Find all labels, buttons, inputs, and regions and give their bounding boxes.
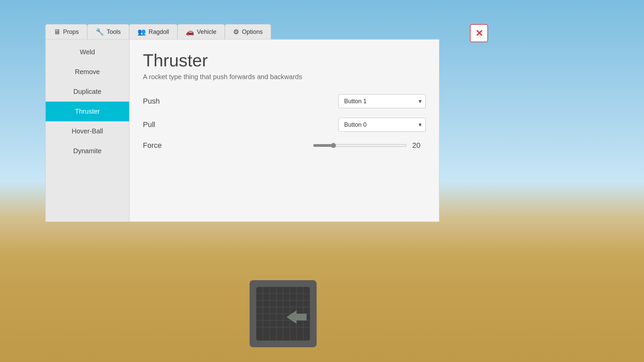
- force-control: 20: [313, 141, 426, 150]
- force-value: 20: [412, 141, 426, 150]
- force-setting-row: Force 20: [143, 141, 426, 150]
- prop-svg: [229, 267, 337, 361]
- push-dropdown[interactable]: Button 0 Button 1 Button 2 Button 3: [338, 94, 426, 108]
- tab-tools-label: Tools: [107, 28, 121, 36]
- tab-vehicle[interactable]: 🚗 Vehicle: [177, 24, 225, 39]
- tab-options-label: Options: [242, 28, 263, 36]
- tools-icon: 🔧: [96, 28, 104, 36]
- push-dropdown-wrapper: Button 0 Button 1 Button 2 Button 3 ▾: [338, 94, 426, 108]
- tab-bar: 🖥 Props 🔧 Tools 👥 Ragdoll 🚗 Vehicle ⚙ Op…: [45, 24, 439, 39]
- main-panel: Thruster A rocket type thing that push f…: [129, 40, 439, 222]
- tab-props[interactable]: 🖥 Props: [45, 24, 87, 39]
- close-icon: ✕: [475, 28, 483, 39]
- props-icon: 🖥: [54, 28, 60, 36]
- pull-label: Pull: [143, 120, 217, 129]
- vehicle-icon: 🚗: [186, 28, 194, 36]
- pull-control: Button 0 Button 1 Button 2 Button 3 ▾: [338, 118, 426, 132]
- options-icon: ⚙: [233, 28, 239, 36]
- sidebar: Weld Remove Duplicate Thruster Hover-Bal…: [46, 40, 129, 222]
- sidebar-item-duplicate[interactable]: Duplicate: [46, 82, 129, 102]
- tab-vehicle-label: Vehicle: [197, 28, 216, 36]
- force-slider[interactable]: [313, 143, 407, 148]
- push-setting-row: Push Button 0 Button 1 Button 2 Button 3…: [143, 94, 426, 108]
- tab-props-label: Props: [63, 28, 79, 36]
- bottom-prop: [229, 267, 337, 362]
- content-area: Weld Remove Duplicate Thruster Hover-Bal…: [45, 39, 439, 222]
- pull-setting-row: Pull Button 0 Button 1 Button 2 Button 3…: [143, 118, 426, 132]
- panel-description: A rocket type thing that push forwards a…: [143, 73, 426, 81]
- pull-dropdown-wrapper: Button 0 Button 1 Button 2 Button 3 ▾: [338, 118, 426, 132]
- force-label: Force: [143, 141, 217, 150]
- push-control: Button 0 Button 1 Button 2 Button 3 ▾: [338, 94, 426, 108]
- pull-dropdown[interactable]: Button 0 Button 1 Button 2 Button 3: [338, 118, 426, 132]
- sidebar-item-dynamite[interactable]: Dynamite: [46, 141, 129, 161]
- tab-options[interactable]: ⚙ Options: [225, 24, 271, 39]
- sidebar-item-hoverball[interactable]: Hover-Ball: [46, 121, 129, 141]
- push-label: Push: [143, 97, 217, 106]
- close-button[interactable]: ✕: [470, 24, 488, 42]
- panel-title: Thruster: [143, 50, 426, 70]
- tab-tools[interactable]: 🔧 Tools: [87, 24, 129, 39]
- sidebar-item-weld[interactable]: Weld: [46, 42, 129, 62]
- ragdoll-icon: 👥: [138, 28, 146, 36]
- tab-ragdoll-label: Ragdoll: [149, 28, 169, 36]
- tab-ragdoll[interactable]: 👥 Ragdoll: [129, 24, 177, 39]
- sidebar-item-thruster[interactable]: Thruster: [46, 102, 129, 121]
- sidebar-item-remove[interactable]: Remove: [46, 62, 129, 82]
- ui-panel: 🖥 Props 🔧 Tools 👥 Ragdoll 🚗 Vehicle ⚙ Op…: [45, 24, 439, 222]
